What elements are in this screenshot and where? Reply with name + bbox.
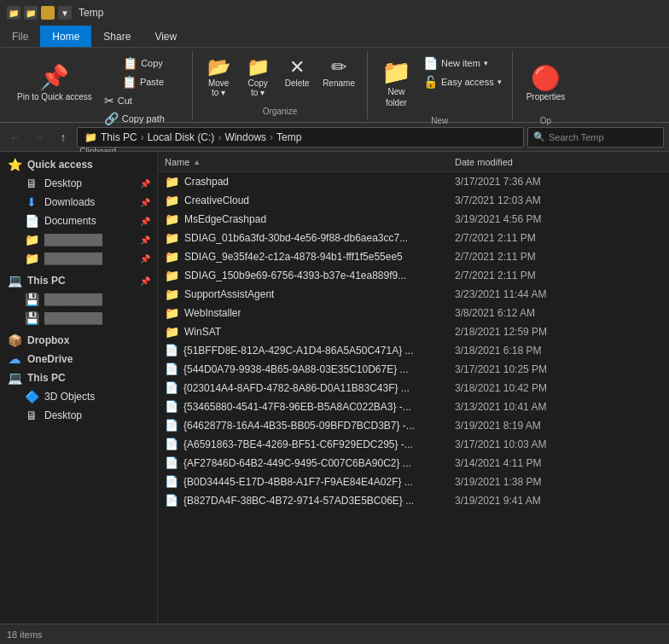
table-row[interactable]: 📄{544D0A79-9938-4B65-9A88-03E35C10D67E} … (158, 360, 669, 379)
delete-icon: ✕ (289, 58, 305, 77)
file-icon: 📄 (165, 475, 178, 488)
file-name-cell: 📁WinSAT (158, 325, 448, 339)
sidebar-item-documents[interactable]: 📄 Documents 📌 (0, 212, 157, 230)
file-date-cell: 3/18/2021 10:42 PM (448, 382, 669, 394)
path-part-windows: Windows (224, 131, 266, 143)
quick-access-label: Quick access (27, 159, 93, 171)
sidebar-item-this-pc2[interactable]: 💻 This PC (0, 368, 157, 387)
copy-to-button[interactable]: 📁 Copyto ▾ (239, 55, 276, 101)
cut-button[interactable]: ✂ Cut (101, 92, 185, 109)
file-icon: 📄 (165, 363, 178, 375)
sidebar-item-this-pc[interactable]: 💻 This PC 📌 (0, 271, 157, 290)
sidebar-item-blurred3[interactable]: 💾 ████████ (0, 290, 157, 309)
col-name[interactable]: Name ▲ (158, 157, 448, 167)
cut-icon: ✂ (104, 94, 114, 107)
table-row[interactable]: 📁SupportAssistAgent3/23/2021 11:44 AM (158, 285, 669, 304)
paste-icon: 📋 (122, 75, 137, 89)
back-button[interactable]: ← (5, 127, 26, 148)
table-row[interactable]: 📄{B827DA4F-38BC-4B72-9714-57AD3E5BC06E} … (158, 491, 669, 510)
table-row[interactable]: 📁Crashpad3/17/2021 7:36 AM (158, 172, 669, 191)
sidebar-item-dropbox[interactable]: 📦 Dropbox (0, 331, 157, 350)
copy-path-button[interactable]: 🔗 Copy path (101, 110, 185, 127)
new-folder-button[interactable]: 📁 Newfolder (375, 55, 418, 114)
table-row[interactable]: 📄{B0D34445-E17D-4BB8-A1F7-F9AE84E4A02F} … (158, 473, 669, 491)
copy-button[interactable]: 📋 Copy (101, 55, 185, 72)
properties-button[interactable]: 🔴 Properties (520, 55, 573, 114)
title-icon-3 (41, 6, 55, 20)
table-row[interactable]: 📄{51BFFD8E-812A-429C-A1D4-86A5A50C471A} … (158, 341, 669, 360)
new-item-button[interactable]: 📄 New item ▾ (420, 55, 505, 72)
easy-access-arrow: ▾ (497, 78, 502, 86)
paste-button[interactable]: 📋 Paste (101, 73, 185, 90)
onedrive-icon: ☁ (7, 352, 22, 366)
folder-icon: 📁 (165, 212, 179, 226)
easy-access-button[interactable]: 🔓 Easy access ▾ (420, 73, 505, 90)
new-section: 📁 Newfolder 📄 New item ▾ 🔓 Easy access ▾… (368, 51, 513, 119)
table-row[interactable]: 📁SDIAG_01b6a3fd-30bd-4e56-9f88-db6aea3cc… (158, 229, 669, 247)
table-row[interactable]: 📄{023014A4-8AFD-4782-8A86-D0A11B83C43F} … (158, 379, 669, 397)
file-name-cell: 📁Crashpad (158, 175, 448, 189)
col-date[interactable]: Date modified (448, 157, 669, 167)
table-row[interactable]: 📁MsEdgeCrashpad3/19/2021 4:56 PM (158, 210, 669, 229)
rename-icon: ✏ (331, 58, 346, 77)
tab-view[interactable]: View (143, 26, 189, 47)
pin-to-quick-access-button[interactable]: 📌 Pin to Quick access (10, 55, 99, 114)
address-bar[interactable]: 📁 This PC › Local Disk (C:) › Windows › … (77, 127, 524, 148)
delete-button[interactable]: ✕ Delete (278, 55, 316, 91)
documents-icon: 📄 (24, 214, 39, 228)
forward-button[interactable]: → (29, 127, 49, 148)
delete-label: Delete (285, 78, 310, 88)
move-to-label: Moveto ▾ (208, 78, 229, 97)
table-row[interactable]: 📁WinSAT2/18/2021 12:59 PM (158, 322, 669, 341)
table-row[interactable]: 📄{A6591863-7BE4-4269-BF51-C6F929EDC295} … (158, 435, 669, 454)
table-row[interactable]: 📁SDIAG_150b9e69-6756-4393-b37e-41ea889f9… (158, 266, 669, 285)
file-name-text: SDIAG_01b6a3fd-30bd-4e56-9f88-db6aea3cc7… (184, 232, 408, 244)
up-button[interactable]: ↑ (53, 127, 73, 148)
file-date-cell: 3/14/2021 4:11 PM (448, 457, 669, 469)
tab-file[interactable]: File (0, 26, 40, 47)
search-icon: 🔍 (533, 131, 545, 142)
status-bar: 18 items (0, 624, 669, 644)
col-name-label: Name (165, 157, 189, 167)
rename-button[interactable]: ✏ Rename (317, 55, 360, 91)
sidebar-item-blurred2[interactable]: 📁 ████████ 📌 (0, 249, 157, 268)
open-content: 🔴 Properties (520, 55, 573, 114)
search-box[interactable]: 🔍 Search Temp (527, 127, 664, 148)
file-date-cell: 3/23/2021 11:44 AM (448, 288, 669, 300)
table-row[interactable]: 📁CreativeCloud3/7/2021 12:03 AM (158, 191, 669, 210)
sidebar-item-3d-objects[interactable]: 🔷 3D Objects (0, 387, 157, 406)
file-name-text: MsEdgeCrashpad (184, 213, 266, 225)
file-date-cell: 3/17/2021 10:25 PM (448, 363, 669, 375)
tab-home[interactable]: Home (40, 26, 91, 47)
sidebar-item-desktop2[interactable]: 🖥 Desktop (0, 406, 157, 425)
paste-label: Paste (140, 77, 164, 87)
table-row[interactable]: 📁WebInstaller3/8/2021 6:12 AM (158, 304, 669, 322)
file-name-cell: 📄{51BFFD8E-812A-429C-A1D4-86A5A50C471A} … (158, 344, 448, 357)
search-placeholder: Search Temp (549, 132, 604, 142)
file-name-text: Crashpad (184, 176, 229, 188)
file-date-cell: 3/17/2021 7:36 AM (448, 176, 669, 188)
sidebar-item-desktop[interactable]: 🖥 Desktop 📌 (0, 174, 157, 193)
tab-share[interactable]: Share (91, 26, 143, 47)
table-row[interactable]: 📁SDIAG_9e35f4e2-c12a-4878-94b1-fff1f5e55… (158, 247, 669, 266)
sidebar-item-quick-access[interactable]: ⭐ Quick access (0, 155, 157, 174)
file-name-text: {51BFFD8E-812A-429C-A1D4-86A5A50C471A} .… (183, 345, 414, 357)
this-pc-label: This PC (27, 275, 66, 287)
table-row[interactable]: 📄{64628778-16A4-4B35-BB05-09BFD7BCD3B7} … (158, 416, 669, 435)
file-name-text: {023014A4-8AFD-4782-8A86-D0A11B83C43F} .… (183, 382, 410, 394)
move-to-button[interactable]: 📂 Moveto ▾ (200, 55, 237, 101)
copy-to-label: Copyto ▾ (247, 78, 267, 97)
rename-label: Rename (323, 78, 355, 88)
sidebar-item-onedrive[interactable]: ☁ OneDrive (0, 350, 157, 368)
sidebar-item-downloads[interactable]: ⬇ Downloads 📌 (0, 193, 157, 212)
table-row[interactable]: 📄{53465880-4541-47F8-96EB-B5A8AC022BA3} … (158, 397, 669, 416)
item-count: 18 items (7, 629, 43, 640)
sidebar-item-blurred4[interactable]: 💾 ████████ (0, 309, 157, 328)
sidebar-item-blurred1[interactable]: 📁 ████████ 📌 (0, 230, 157, 249)
main-area: ⭐ Quick access 🖥 Desktop 📌 ⬇ Downloads 📌… (0, 152, 669, 624)
table-row[interactable]: 📄{AF27846D-64B2-449C-9495-C007C6BA90C2} … (158, 454, 669, 473)
file-icon: 📄 (165, 400, 178, 413)
file-list-scroll[interactable]: 📁Crashpad3/17/2021 7:36 AM📁CreativeCloud… (158, 172, 669, 624)
properties-icon: 🔴 (531, 67, 561, 90)
file-name-text: {64628778-16A4-4B35-BB05-09BFD7BCD3B7} -… (183, 420, 415, 432)
